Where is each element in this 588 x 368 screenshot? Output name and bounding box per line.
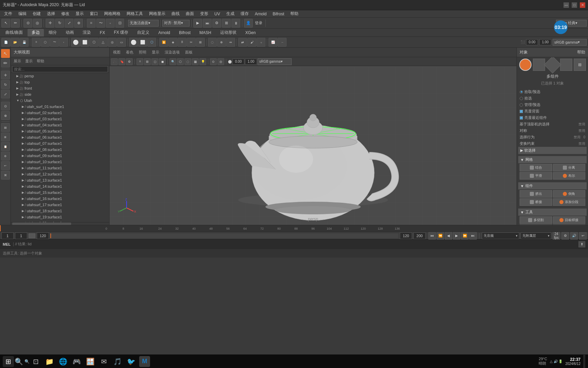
multicut-tools-btn[interactable]: 多切割 [520, 216, 552, 224]
outliner-item-surf11[interactable]: ▶ / utahsurf_11:surface1 [11, 165, 109, 171]
snap-curve-btn[interactable]: 〜 [96, 19, 105, 28]
vp-filmgate-btn[interactable]: ◻ [151, 58, 158, 65]
outliner-item-surf02[interactable]: ▶ / utahsurf_02:surface1 [11, 110, 109, 116]
component-section-header[interactable]: ▼ 组件 [518, 182, 587, 189]
checkbox-backface[interactable]: ✓ [520, 110, 523, 113]
vp-wireframe-btn[interactable]: ⬡ [177, 58, 184, 65]
menu-cache[interactable]: 缓存 [238, 10, 251, 17]
viewport-3d[interactable]: persp X Y Z Type: transform (kTransform) [110, 66, 517, 225]
outliner-item-surf08[interactable]: ▶ / utahsurf_08:surface1 [11, 147, 109, 153]
scale-tool[interactable]: ⤢ [1, 90, 10, 98]
smooth-btn[interactable]: ◌ [208, 38, 217, 47]
tab-motion[interactable]: 运动形状 [216, 29, 241, 36]
vp-smooth-btn[interactable]: ◌ [184, 58, 191, 65]
bevel-comp-btn[interactable]: 倒角 [553, 190, 586, 198]
adddiv-btn[interactable]: 添加分段 [553, 198, 586, 206]
outliner-item-surf12[interactable]: ▶ / utahsurf_12:surface1 [11, 171, 109, 177]
active-surface-dropdown[interactable]: 无激活曲面 ▾ [128, 20, 159, 27]
outliner-item-surf09[interactable]: ▶ / utahsurf_09:surface1 [11, 153, 109, 159]
move-btn[interactable]: ✛ [46, 19, 54, 28]
loop-toggle-btn[interactable]: ↩ [579, 232, 587, 240]
timeline-ruler[interactable]: 0 8 16 24 32 40 48 56 64 72 80 88 96 104… [0, 225, 588, 232]
right-panel-help[interactable]: 帮助 [577, 49, 585, 55]
grid-icon[interactable]: ⊞ [574, 59, 586, 71]
outliner-item-surf06[interactable]: ▶ / utahsurf_06:surface1 [11, 134, 109, 140]
explorer-btn[interactable]: 📁 [44, 356, 55, 367]
tab-polygon[interactable]: 多边 [28, 29, 44, 36]
windows-btn[interactable]: 🪟 [85, 356, 96, 367]
menu-modify[interactable]: 修改 [59, 10, 72, 17]
playback-options-btn[interactable]: ⚙ [561, 232, 569, 240]
snap-point2-btn[interactable]: ◦ [59, 38, 68, 47]
menu-arnold[interactable]: Arnold [252, 11, 270, 17]
goto-end-btn[interactable]: ⏭ [469, 232, 477, 240]
deform-btn[interactable]: ⬦ [257, 38, 265, 47]
paint-tool-btn[interactable]: ✏ [11, 19, 20, 28]
snap-curve2-btn[interactable]: 〜 [50, 38, 59, 47]
extrude-comp-btn[interactable]: 挤出 [520, 190, 552, 198]
render-region-btn[interactable]: ⊞ [222, 19, 231, 28]
outliner-item-utah[interactable]: ▼ ⬡ Utah [11, 97, 109, 104]
targetweld-btn[interactable]: 目标焊接 [553, 216, 586, 224]
playback-end-input[interactable] [400, 232, 412, 239]
timeline-track[interactable] [50, 233, 398, 238]
paint-select-btn[interactable]: ◎ [33, 19, 42, 28]
select-tool-btn[interactable]: ↖ [1, 19, 10, 28]
outliner-hscroll[interactable] [11, 222, 109, 225]
rotate-tool[interactable]: ↻ [1, 80, 10, 89]
snap-dropdown[interactable]: 对齐: 禁用 ▾ [162, 20, 190, 27]
snap-point-btn[interactable]: ◦ [106, 19, 115, 28]
cube2-icon[interactable] [560, 59, 572, 71]
tab-custom[interactable]: 自定义 [133, 29, 153, 36]
combine-btn[interactable]: 结合 [520, 164, 552, 171]
goto-start-btn[interactable]: ⏮ [428, 232, 436, 240]
vp-settings-btn[interactable]: ⚙ [126, 58, 133, 65]
end-frame-input[interactable] [37, 232, 49, 239]
mesh-section-header[interactable]: ▼ 网格 [518, 156, 587, 163]
outliner-item-surf19[interactable]: ▶ / utahsurf_19:surface1 [11, 214, 109, 220]
next-frame-btn[interactable]: ⏩ [461, 232, 469, 240]
snap-grid2-btn[interactable]: ⌗ [32, 38, 40, 47]
radio-pick[interactable] [520, 90, 523, 94]
poly-cyl-btn[interactable]: ⬡ [89, 38, 98, 47]
play-fwd-btn[interactable]: ▶ [453, 232, 460, 240]
menu-generate[interactable]: 生成 [224, 10, 237, 17]
soft-select-tool[interactable]: ⊙ [1, 102, 10, 110]
taskview-btn[interactable]: ⊡ [30, 356, 41, 367]
boolean-btn[interactable]: ⊕ [217, 38, 226, 47]
channel-box-toggle[interactable]: ⊞ [1, 133, 10, 141]
dope-sheet-btn[interactable]: ⏤ [278, 38, 287, 47]
outliner-item-surf13[interactable]: ▶ / utahsurf_13:surface1 [11, 177, 109, 183]
radio-manage[interactable] [520, 103, 523, 107]
twitter-btn[interactable]: 🐦 [126, 356, 136, 367]
rotate-btn[interactable]: ↻ [55, 19, 64, 28]
menu-surface[interactable]: 曲面 [183, 10, 197, 17]
extrude-btn[interactable]: ⏫ [159, 38, 168, 47]
viewport-renderopts-menu[interactable]: 渲染选项 [163, 50, 182, 55]
outliner-item-surf10[interactable]: ▶ / utahsurf_10:surface1 [11, 159, 109, 165]
snap-view-btn[interactable]: ⊡ [115, 19, 124, 28]
menu-deform[interactable]: 变形 [197, 10, 211, 17]
outliner-item-surf04[interactable]: ▶ / utahsurf_04:surface1 [11, 122, 109, 128]
maximize-button[interactable]: □ [572, 2, 577, 8]
outliner-display-btn[interactable]: 展示 [12, 59, 22, 64]
vp-gamma-input[interactable] [245, 59, 257, 65]
tab-fx[interactable]: FX [96, 29, 109, 36]
show-manip-tool[interactable]: ⊕ [1, 111, 10, 120]
menu-help[interactable]: 帮助 [288, 10, 301, 17]
attr-editor-toggle[interactable]: 📋 [1, 142, 10, 151]
vp-camera-btn[interactable]: 🎥 [111, 58, 118, 65]
save-btn[interactable]: 💾 [20, 38, 29, 47]
render-frame-btn[interactable]: ▶ [193, 19, 202, 28]
audio-toggle-btn[interactable]: 🔊 [570, 232, 578, 240]
last-tool-btn[interactable]: ⊕ [74, 19, 83, 28]
outliner-item-surf17[interactable]: ▶ / utahsurf_17:surface1 [11, 202, 109, 208]
loop-dropdown[interactable]: 无附属层 ▾ [521, 232, 551, 239]
play-back-btn[interactable]: ◀ [445, 232, 452, 240]
outliner-item-persp[interactable]: ▶ 🎥 persp [11, 73, 109, 79]
menu-uv[interactable]: UV [212, 11, 223, 17]
menu-select[interactable]: 选择 [44, 10, 58, 17]
minimize-button[interactable]: — [564, 2, 569, 8]
multicut-btn[interactable]: ✂ [187, 38, 196, 47]
render-stop-btn[interactable]: ⏸ [231, 19, 240, 28]
